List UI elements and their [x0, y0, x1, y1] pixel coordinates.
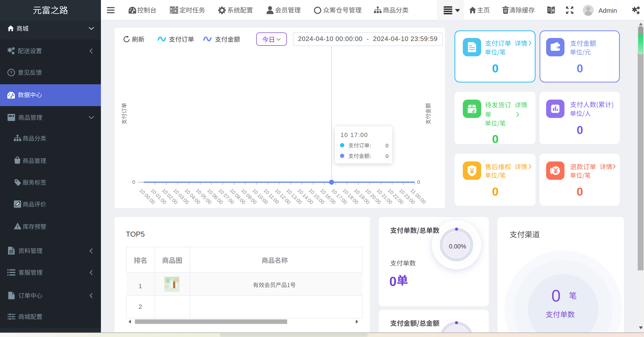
svg-text:0: 0 — [132, 179, 135, 185]
svg-text:0: 0 — [417, 179, 420, 185]
svg-text:?: ? — [10, 70, 12, 75]
svg-text:A: A — [552, 8, 554, 12]
